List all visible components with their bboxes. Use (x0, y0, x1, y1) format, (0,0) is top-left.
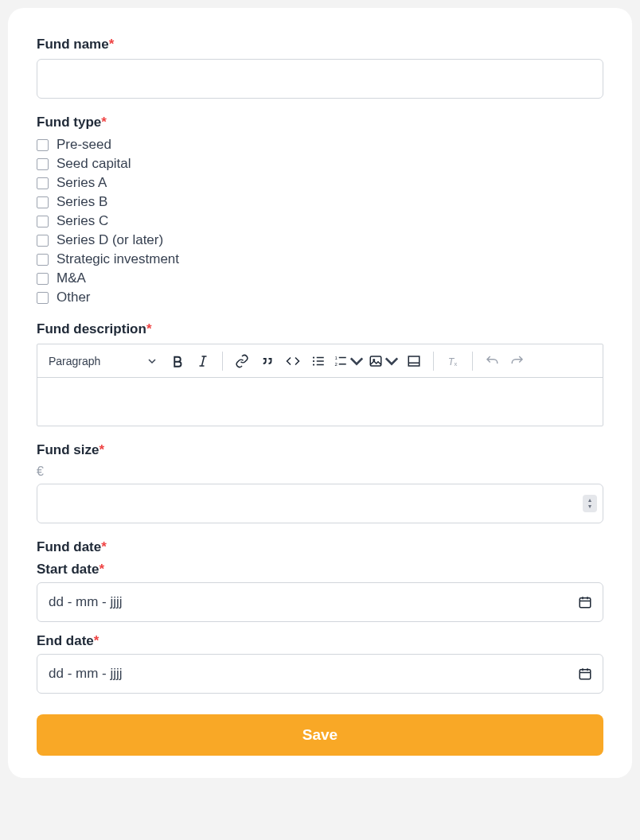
fund-form-card: Fund name* Fund type* Pre-seedSeed capit… (8, 8, 632, 778)
fund-description-group: Fund description* Paragraph (37, 321, 603, 426)
fund-type-option: Series C (37, 213, 603, 229)
fund-type-option: Series D (or later) (37, 232, 603, 248)
image-dropdown[interactable] (366, 348, 401, 374)
svg-rect-15 (408, 356, 420, 366)
bold-button[interactable] (165, 348, 190, 374)
end-date-input[interactable] (37, 654, 603, 694)
fund-size-label: Fund size* (37, 442, 603, 458)
fund-type-option: Seed capital (37, 156, 603, 172)
fund-type-option-label: M&A (57, 270, 86, 286)
required-mark: * (99, 442, 104, 457)
italic-button[interactable] (190, 348, 216, 374)
numbered-list-dropdown[interactable]: 12 (331, 348, 366, 374)
fund-name-input[interactable] (37, 59, 603, 99)
fund-type-option: Strategic investment (37, 251, 603, 267)
start-date-input[interactable] (37, 582, 603, 622)
fund-type-option-label: Series A (57, 175, 107, 191)
fund-type-option-label: Strategic investment (57, 251, 179, 267)
checkbox[interactable] (37, 273, 49, 285)
checkbox[interactable] (37, 292, 49, 304)
editor-body[interactable] (37, 378, 603, 426)
checkbox[interactable] (37, 196, 49, 208)
checkbox[interactable] (37, 254, 49, 266)
fund-type-option-label: Other (57, 290, 91, 305)
fund-type-option: Series B (37, 194, 603, 210)
quote-button[interactable] (255, 348, 280, 374)
bullet-list-button[interactable] (306, 348, 331, 374)
required-mark: * (109, 37, 115, 52)
required-mark: * (99, 562, 104, 577)
svg-text:x: x (455, 360, 458, 368)
toolbar-separator (222, 352, 223, 371)
fund-date-label: Fund date* (37, 539, 603, 555)
fund-type-group: Fund type* Pre-seedSeed capitalSeries AS… (37, 115, 603, 305)
editor-toolbar: Paragraph (37, 344, 603, 378)
rich-text-editor: Paragraph (37, 344, 603, 426)
checkbox[interactable] (37, 216, 49, 228)
required-mark: * (101, 115, 107, 130)
required-mark: * (146, 321, 152, 336)
currency-symbol: € (37, 465, 603, 479)
fund-size-group: Fund size* € ▴ ▾ (37, 442, 603, 523)
checkbox[interactable] (37, 235, 49, 247)
code-button[interactable] (280, 348, 306, 374)
fund-type-option: Pre-seed (37, 137, 603, 153)
fund-type-option: Series A (37, 175, 603, 191)
toolbar-separator (472, 352, 473, 371)
checkbox[interactable] (37, 158, 49, 170)
fund-type-option-label: Series B (57, 194, 107, 210)
required-mark: * (94, 633, 100, 648)
end-date-label: End date* (37, 633, 603, 649)
fund-type-option-label: Series D (or later) (57, 232, 163, 248)
fund-type-option-label: Seed capital (57, 156, 131, 172)
fund-type-option-label: Series C (57, 213, 108, 229)
chevron-down-icon (384, 354, 399, 368)
start-date-label: Start date* (37, 562, 603, 578)
chevron-down-icon: ▾ (588, 504, 591, 510)
chevron-down-icon (148, 357, 156, 365)
svg-text:2: 2 (335, 362, 338, 367)
fund-name-group: Fund name* (37, 37, 603, 99)
redo-button[interactable] (505, 348, 530, 374)
checkbox[interactable] (37, 139, 49, 151)
svg-point-3 (313, 356, 314, 358)
fund-date-group: Fund date* Start date* End date* (37, 539, 603, 694)
paragraph-dropdown[interactable]: Paragraph (45, 355, 165, 368)
toolbar-separator (433, 352, 434, 371)
link-button[interactable] (229, 348, 255, 374)
required-mark: * (101, 539, 107, 554)
fund-type-label: Fund type* (37, 115, 603, 130)
save-button[interactable]: Save (37, 714, 603, 756)
svg-rect-13 (370, 356, 381, 366)
fund-type-list: Pre-seedSeed capitalSeries ASeries BSeri… (37, 137, 603, 305)
fund-type-option-label: Pre-seed (57, 137, 111, 153)
svg-text:1: 1 (335, 355, 338, 360)
svg-line-2 (202, 356, 205, 366)
undo-button[interactable] (479, 348, 505, 374)
horizontal-rule-button[interactable] (401, 348, 427, 374)
fund-type-option: Other (37, 290, 603, 305)
chevron-down-icon (349, 354, 364, 368)
fund-type-option: M&A (37, 270, 603, 286)
fund-size-input[interactable] (37, 484, 603, 523)
fund-description-label: Fund description* (37, 321, 603, 337)
stepper-control[interactable]: ▴ ▾ (583, 495, 597, 512)
clear-formatting-button[interactable]: Tx (440, 348, 466, 374)
checkbox[interactable] (37, 177, 49, 189)
svg-point-5 (313, 364, 314, 365)
svg-point-4 (313, 360, 314, 361)
fund-name-label: Fund name* (37, 37, 603, 52)
